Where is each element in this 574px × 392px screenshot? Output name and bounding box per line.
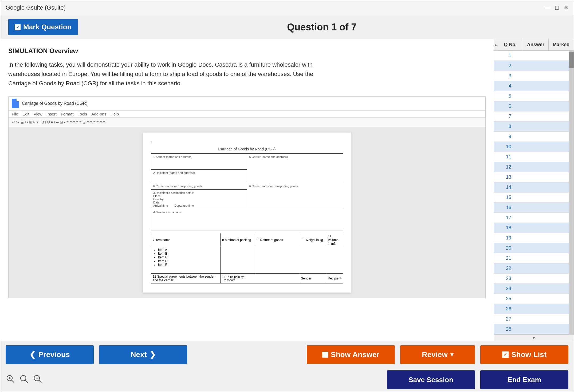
- list-item[interactable]: 28: [494, 324, 569, 334]
- end-exam-label: End Exam: [508, 376, 541, 384]
- cgr-form-table: 1 Sender (name and address) 5 Carrier (n…: [151, 153, 343, 230]
- docs-file-name: Carriage of Goods by Road (CGR): [22, 101, 87, 106]
- cgr-form-title: Carriage of Goods by Road (CGR): [151, 147, 343, 151]
- intro-text: In the following tasks, you will demonst…: [8, 60, 329, 88]
- cgr-field9: 9 Nature of goods: [258, 238, 283, 242]
- list-item[interactable]: 26: [494, 304, 569, 314]
- list-item[interactable]: 1: [494, 51, 569, 61]
- title-bar: Google Gsuite (Gsuite) — □ ✕: [0, 0, 574, 15]
- next-label: Next: [131, 350, 147, 359]
- previous-button[interactable]: ❮ Previous: [6, 345, 94, 364]
- save-session-button[interactable]: Save Session: [387, 370, 475, 389]
- list-item[interactable]: 19: [494, 233, 569, 243]
- list-item[interactable]: 7: [494, 111, 569, 122]
- list-item[interactable]: 23: [494, 274, 569, 284]
- list-item[interactable]: 14: [494, 182, 569, 193]
- menu-help[interactable]: Help: [111, 112, 119, 116]
- cgr-field7: 7 Item name: [153, 238, 171, 242]
- svg-line-5: [25, 380, 28, 383]
- cgr-field8: 8 Method of packing: [222, 238, 251, 242]
- list-item[interactable]: 20: [494, 243, 569, 253]
- svg-line-8: [39, 380, 41, 383]
- panel-col-qno: Q No.: [498, 39, 523, 50]
- list-item[interactable]: 16: [494, 203, 569, 213]
- question-list: 1 2 3 4 5 6 7 8 9 10 11 12 13 14 15 16 1: [494, 51, 569, 334]
- list-item[interactable]: 4: [494, 81, 569, 91]
- list-item[interactable]: 2: [494, 61, 569, 71]
- cgr-field6: 6 Carrier notes for transporting goods: [153, 185, 245, 188]
- list-item[interactable]: 22: [494, 263, 569, 274]
- list-item[interactable]: 12: [494, 162, 569, 172]
- menu-file[interactable]: File: [12, 112, 18, 116]
- show-list-button[interactable]: Show List: [480, 345, 568, 364]
- docs-menubar[interactable]: File Edit View Insert Format Tools Add-o…: [9, 111, 485, 118]
- maximize-button[interactable]: □: [555, 4, 559, 11]
- list-item[interactable]: 3: [494, 71, 569, 81]
- list-item[interactable]: 13: [494, 172, 569, 182]
- scroll-down-icon[interactable]: ▼: [532, 336, 536, 340]
- show-list-checkbox-icon: [502, 351, 509, 358]
- header-bar: Mark Question Question 1 of 7: [0, 15, 574, 39]
- list-item[interactable]: 15: [494, 193, 569, 203]
- zoom-controls: [6, 374, 42, 386]
- cgr-field4: 4 Sender instructions: [153, 211, 341, 214]
- panel-header: Q No. Answer Marked: [498, 39, 574, 50]
- show-answer-button[interactable]: Show Answer: [307, 345, 395, 364]
- prev-arrow-icon: ❮: [29, 350, 36, 359]
- google-docs-container: Carriage of Goods by Road (CGR) File Edi…: [8, 96, 486, 298]
- list-item[interactable]: 6: [494, 101, 569, 111]
- menu-insert[interactable]: Insert: [46, 112, 57, 116]
- main-area: SIMULATION Overview In the following tas…: [0, 39, 574, 341]
- list-item[interactable]: 11: [494, 152, 569, 162]
- panel-body: 1 2 3 4 5 6 7 8 9 10 11 12 13 14 15 16 1: [494, 51, 574, 334]
- list-item[interactable]: 18: [494, 223, 569, 233]
- docs-title-bar: Carriage of Goods by Road (CGR): [9, 97, 485, 111]
- menu-view[interactable]: View: [34, 112, 42, 116]
- question-title: Question 1 of 7: [78, 22, 566, 33]
- docs-body: | Carriage of Goods by Road (CGR) 1 Send…: [9, 127, 485, 298]
- list-item[interactable]: 24: [494, 284, 569, 294]
- list-item[interactable]: 5: [494, 91, 569, 101]
- show-answer-label: Show Answer: [331, 350, 380, 359]
- simulation-heading: SIMULATION Overview: [8, 47, 486, 55]
- review-button[interactable]: Review ▾: [400, 345, 475, 364]
- window-controls: — □ ✕: [545, 4, 568, 11]
- list-item[interactable]: 27: [494, 314, 569, 324]
- mark-question-checkbox-icon: [15, 24, 21, 30]
- cgr-field5: 5 Carrier (name and address): [249, 155, 341, 158]
- list-item[interactable]: 17: [494, 213, 569, 223]
- cgr-col-sender: Sender: [301, 277, 311, 280]
- menu-tools[interactable]: Tools: [78, 112, 87, 116]
- zoom-reset-button[interactable]: [19, 374, 29, 386]
- mark-question-label: Mark Question: [23, 23, 72, 31]
- next-button[interactable]: Next ❯: [99, 345, 187, 364]
- panel-scrollbar[interactable]: [569, 51, 574, 334]
- content-area: SIMULATION Overview In the following tas…: [0, 39, 494, 341]
- bottom-bar: ❮ Previous Next ❯ Show Answer Review ▾ S…: [0, 341, 574, 392]
- cgr-field6-right: 6 Carrier notes for transporting goods: [249, 185, 341, 188]
- scroll-up-icon[interactable]: ▲: [494, 43, 498, 47]
- mark-question-button[interactable]: Mark Question: [8, 19, 78, 35]
- main-window: Google Gsuite (Gsuite) — □ ✕ Mark Questi…: [0, 0, 574, 392]
- review-dropdown-icon: ▾: [450, 351, 453, 358]
- cgr-field10: 10 Weight in kg: [301, 238, 323, 242]
- list-item[interactable]: 8: [494, 122, 569, 132]
- docs-icon: [12, 99, 19, 108]
- cgr-field1: 1 Sender (name and address): [153, 155, 245, 158]
- list-item[interactable]: 21: [494, 253, 569, 263]
- menu-addons[interactable]: Add-ons: [91, 112, 106, 116]
- menu-edit[interactable]: Edit: [22, 112, 29, 116]
- zoom-out-button[interactable]: [33, 374, 42, 386]
- bottom-row-2: Save Session End Exam: [0, 368, 574, 392]
- list-item[interactable]: 9: [494, 132, 569, 142]
- close-button[interactable]: ✕: [564, 4, 568, 11]
- list-item[interactable]: 25: [494, 294, 569, 304]
- review-label: Review: [422, 350, 448, 359]
- cgr-field13-sub: Transport: [222, 278, 297, 282]
- end-exam-button[interactable]: End Exam: [480, 370, 568, 389]
- zoom-in-button[interactable]: [6, 374, 15, 386]
- menu-format[interactable]: Format: [61, 112, 74, 116]
- minimize-button[interactable]: —: [545, 4, 551, 11]
- panel-col-marked: Marked: [549, 39, 574, 50]
- list-item[interactable]: 10: [494, 142, 569, 152]
